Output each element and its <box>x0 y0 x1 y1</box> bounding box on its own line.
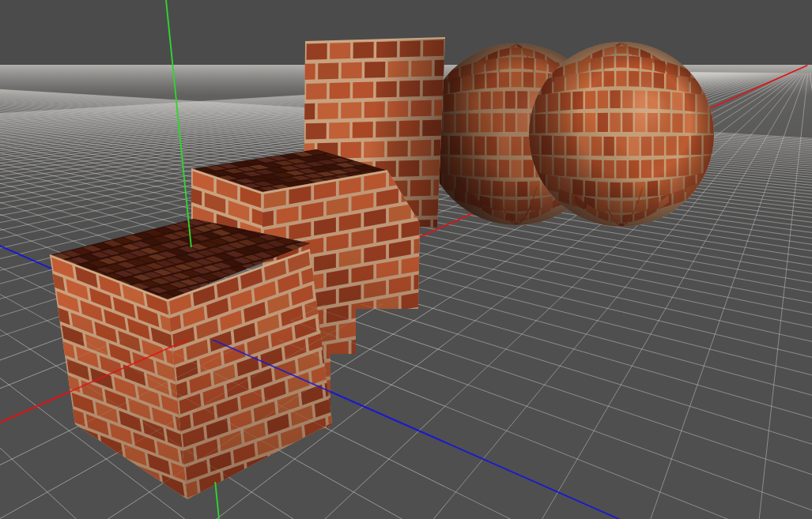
box-a[interactable] <box>45 219 332 499</box>
front-sphere[interactable] <box>529 41 714 228</box>
back-sphere[interactable] <box>445 43 531 225</box>
3d-viewport[interactable] <box>0 0 812 519</box>
